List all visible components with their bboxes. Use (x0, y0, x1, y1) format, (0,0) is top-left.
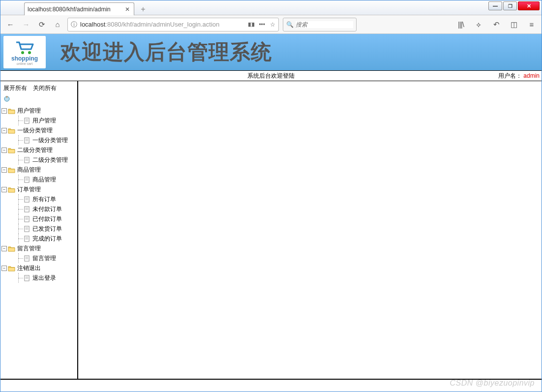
site-logo: shopping online cart (3, 36, 46, 68)
tree-item-label: 已付款订单 (32, 215, 62, 223)
tree-item-label: 商品管理 (32, 176, 56, 184)
page-icon (23, 216, 30, 222)
reader-icon[interactable]: ▮▯▮ (248, 21, 254, 28)
page-icon (23, 157, 30, 163)
undo-icon[interactable]: ↶ (490, 19, 502, 30)
tree-folder[interactable]: −注销退出 (1, 263, 76, 273)
svg-rect-32 (25, 226, 29, 231)
collapse-icon[interactable]: − (1, 266, 7, 271)
tree-item[interactable]: 用户管理 (1, 116, 76, 125)
folder-icon (8, 167, 15, 173)
tree-item[interactable]: 商品管理 (1, 175, 76, 184)
sidebar-icon[interactable]: ◫ (508, 19, 520, 30)
tree-folder[interactable]: −二级分类管理 (1, 145, 76, 155)
tree-item[interactable]: 已付款订单 (1, 214, 76, 224)
collapse-icon[interactable]: − (1, 148, 7, 153)
user-name: admin (523, 72, 540, 79)
tree-folder-label: 注销退出 (17, 264, 41, 272)
tree-folder[interactable]: −商品管理 (1, 165, 76, 175)
svg-point-1 (28, 51, 31, 54)
tree-item[interactable]: 二级分类管理 (1, 155, 76, 165)
svg-rect-40 (25, 255, 29, 261)
back-icon[interactable]: ← (4, 19, 16, 30)
reload-icon[interactable]: ⟳ (36, 19, 48, 30)
tree-line (15, 194, 22, 204)
page-icon (23, 226, 30, 232)
info-icon[interactable]: ⓘ (71, 20, 77, 29)
tree-item-label: 一级分类管理 (32, 136, 68, 145)
tree-root-icon (3, 95, 76, 104)
minimize-button[interactable] (488, 1, 502, 10)
maximize-button[interactable] (503, 1, 517, 10)
tree-item[interactable]: 完成的订单 (1, 234, 76, 243)
tree-folder[interactable]: −订单管理 (1, 184, 76, 194)
tree-item[interactable]: 未付款订单 (1, 204, 76, 214)
collapse-icon[interactable]: − (1, 187, 7, 192)
nav-tree: −用户管理用户管理−一级分类管理一级分类管理−二级分类管理二级分类管理−商品管理… (1, 106, 76, 283)
search-bar[interactable]: 🔍 (283, 18, 357, 31)
tree-item-label: 二级分类管理 (32, 156, 68, 164)
tree-folder-label: 一级分类管理 (17, 126, 53, 135)
user-label: 用户名： (498, 72, 522, 79)
more-icon[interactable]: ••• (259, 21, 265, 28)
content-pane (78, 81, 542, 379)
tree-line (15, 155, 22, 165)
menu-icon[interactable]: ≡ (526, 19, 538, 30)
close-icon[interactable]: ✕ (124, 6, 131, 13)
page-banner: shopping online cart 欢迎进入后台管理系统 (0, 34, 542, 70)
library-icon[interactable]: |||\ (455, 19, 467, 30)
expand-all-link[interactable]: 展开所有 (3, 84, 27, 92)
tree-item[interactable]: 一级分类管理 (1, 135, 76, 145)
browser-toolbar: ← → ⟳ ⌂ ⓘ localhost:8080/khf/admin/admin… (0, 15, 542, 34)
tree-folder-label: 订单管理 (17, 185, 41, 194)
folder-icon (8, 245, 15, 252)
svg-rect-4 (25, 118, 29, 123)
tree-item-label: 未付款订单 (32, 205, 62, 213)
window-titlebar: localhost:8080/khf/admin/admin ✕ + (0, 0, 542, 15)
tree-line (15, 273, 22, 283)
tree-item-label: 完成的订单 (32, 235, 62, 243)
status-user: 用户名： admin (498, 72, 540, 80)
browser-tab[interactable]: localhost:8080/khf/admin/admin ✕ (24, 2, 134, 15)
collapse-all-link[interactable]: 关闭所有 (33, 84, 57, 92)
url-text: localhost:8080/khf/admin/adminUser_login… (80, 21, 219, 28)
logo-subtitle: online cart (17, 62, 32, 65)
close-window-button[interactable] (518, 1, 540, 10)
tree-item-label: 已发货订单 (32, 225, 62, 233)
window-controls (488, 1, 540, 10)
tree-folder-label: 留言管理 (17, 244, 41, 253)
tree-line (15, 204, 22, 214)
screenshot-icon[interactable]: ⟡ (473, 19, 484, 30)
collapse-icon[interactable]: − (1, 108, 7, 114)
page-icon (23, 236, 30, 242)
search-input[interactable] (296, 21, 353, 28)
collapse-icon[interactable]: − (1, 167, 7, 173)
tree-item[interactable]: 所有订单 (1, 194, 76, 204)
tree-folder-label: 商品管理 (17, 166, 41, 174)
folder-icon (8, 108, 15, 114)
watermark: CSDN @biyezuopinvip (450, 379, 535, 388)
tree-item-label: 退出登录 (32, 274, 56, 282)
tree-folder[interactable]: −一级分类管理 (1, 125, 76, 135)
tree-item[interactable]: 已发货订单 (1, 224, 76, 234)
tree-line (15, 135, 22, 145)
search-icon: 🔍 (286, 21, 294, 28)
url-bar[interactable]: ⓘ localhost:8080/khf/admin/adminUser_log… (67, 18, 279, 31)
tree-item-label: 所有订单 (32, 195, 56, 204)
collapse-icon[interactable]: − (1, 246, 7, 251)
tree-item[interactable]: 留言管理 (1, 253, 76, 263)
tree-folder[interactable]: −留言管理 (1, 243, 76, 253)
new-tab-button[interactable]: + (138, 4, 148, 14)
svg-rect-8 (25, 137, 29, 143)
home-icon[interactable]: ⌂ (52, 19, 63, 30)
bookmark-icon[interactable]: ☆ (270, 21, 275, 28)
tree-folder[interactable]: −用户管理 (1, 106, 76, 116)
tree-line (15, 234, 22, 243)
tab-title: localhost:8080/khf/admin/admin (28, 6, 124, 13)
page-icon (23, 118, 30, 124)
page-title: 欢迎进入后台管理系统 (60, 38, 272, 66)
tree-item[interactable]: 退出登录 (1, 273, 76, 283)
tree-line (15, 214, 22, 224)
logo-text: shopping (11, 55, 38, 62)
collapse-icon[interactable]: − (1, 128, 7, 133)
